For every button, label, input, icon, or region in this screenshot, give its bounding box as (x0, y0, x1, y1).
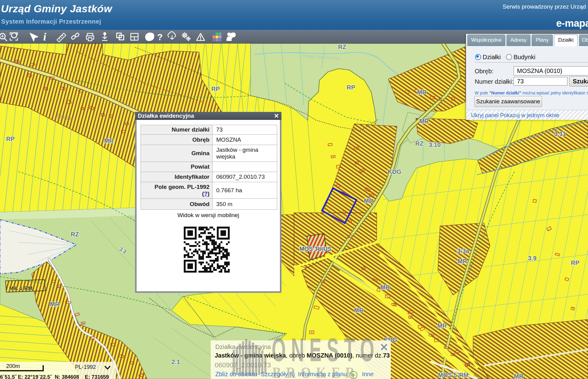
svg-text:MIŁ 1-RM: MIŁ 1-RM (9, 285, 32, 291)
svg-text:3.11: 3.11 (554, 130, 566, 137)
svg-text:3.10: 3.10 (429, 141, 441, 148)
svg-text:?: ? (157, 32, 163, 42)
svg-text:RP: RP (211, 86, 220, 92)
svg-text:RP: RP (347, 84, 355, 91)
svg-text:MOS 3U/US: MOS 3U/US (300, 246, 332, 252)
svg-text:KDG: KDG (388, 168, 401, 175)
svg-text:RZ: RZ (415, 140, 424, 147)
svg-text:3:3a: 3:3a (457, 247, 469, 254)
svg-text:i: i (43, 31, 46, 43)
svg-text:MR: MR (437, 322, 447, 329)
svg-text:2.1: 2.1 (172, 358, 180, 365)
svg-text:RZ: RZ (71, 231, 79, 238)
svg-text:MR: MR (380, 284, 390, 291)
svg-text:RZ: RZ (338, 44, 346, 50)
svg-text:3.9: 3.9 (528, 255, 537, 262)
svg-text:MR: MR (364, 197, 374, 204)
svg-text:MR: MR (354, 307, 364, 314)
svg-text:MR: MR (514, 373, 524, 379)
svg-text:MOS 5-RM: MOS 5-RM (438, 372, 469, 378)
svg-text:MR: MR (104, 137, 114, 144)
svg-text:MR: MR (458, 258, 467, 265)
svg-text:MR: MR (417, 89, 427, 96)
svg-text:RP: RP (6, 136, 15, 142)
svg-text:MR: MR (50, 301, 60, 308)
svg-text:RP: RP (571, 259, 579, 266)
svg-text:MR: MR (419, 118, 429, 124)
